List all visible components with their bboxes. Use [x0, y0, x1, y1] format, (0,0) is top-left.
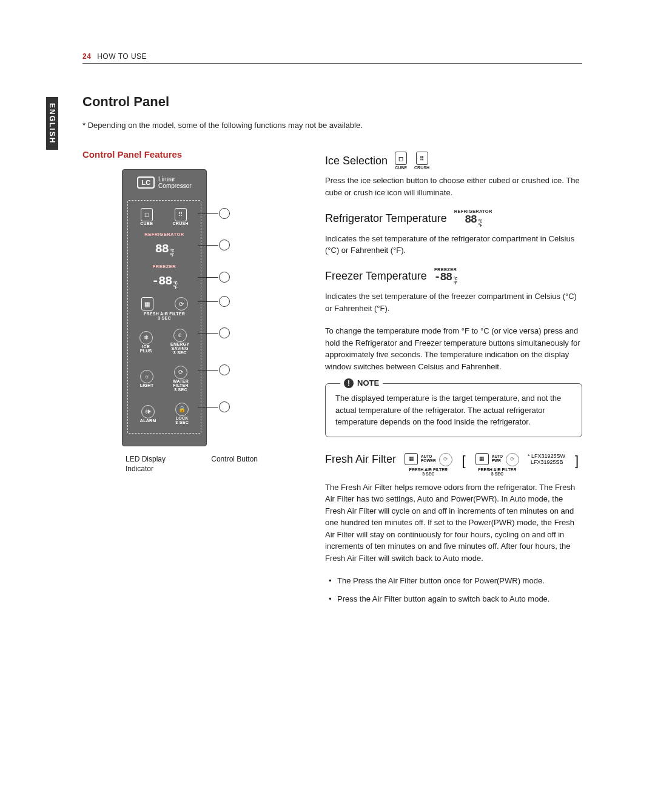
- lock-label: LOCK: [176, 416, 189, 420]
- freezer-temp-heading: Freezer Temperature FREEZER -88°C°F: [325, 267, 582, 286]
- ice-selection-heading: Ice Selection ◻CUBE ⠿CRUSH: [325, 152, 582, 170]
- ice-plus-icon: ❄: [139, 331, 153, 344]
- filter-grid-icon: ▦: [475, 453, 489, 465]
- callout-dot: [219, 240, 230, 250]
- faf-bullet: The Press the Air Filter button once for…: [329, 575, 582, 587]
- button-caption: Control Button: [211, 455, 258, 474]
- cube-icon: ◻: [141, 208, 153, 221]
- filter-grid-icon: ▦: [405, 453, 418, 465]
- fridge-temp-heading: Refrigerator Temperature REFRIGERATOR 88…: [325, 209, 582, 228]
- water-filter-icon: ⟳: [174, 366, 187, 379]
- cube-icon: ◻: [395, 152, 407, 165]
- fridge-body: Indicates the set temperature of the ref…: [325, 233, 582, 257]
- light-icon: ☼: [140, 370, 153, 383]
- alarm-label: ALARM: [140, 418, 156, 423]
- freezer-body1: Indicates the set temperature of the fre…: [325, 290, 582, 314]
- features-heading: Control Panel Features: [82, 149, 301, 159]
- lc-badge: LC: [137, 176, 155, 189]
- energy-label: ENERGY SAVING: [170, 342, 189, 351]
- sec-label: 3 SEC: [175, 420, 189, 424]
- language-tab: ENGLISH: [46, 97, 58, 150]
- freezer-body2: To change the temperature mode from °F t…: [325, 325, 582, 372]
- page-title: Control Panel: [82, 94, 582, 110]
- ice-plus-label: ICE PLUS: [140, 344, 152, 353]
- callout-dot: [219, 327, 230, 338]
- fresh-air-heading: Fresh Air Filter ▦ AUTOPOWER ⟳ FRESH AIR…: [325, 453, 582, 477]
- ice-body: Press the ice selection button to choose…: [325, 175, 582, 198]
- sec-label: 3 SEC: [173, 351, 187, 355]
- freezer-label: FREEZER: [130, 264, 198, 269]
- section-name: HOW TO USE: [97, 52, 147, 61]
- light-label: LIGHT: [140, 383, 154, 388]
- note-body: The displayed temperature is the target …: [335, 394, 561, 426]
- lock-icon: 🔒: [175, 403, 189, 416]
- cube-label: CUBE: [140, 221, 153, 226]
- water-filter-label: WATER FILTER: [173, 379, 189, 388]
- filter-change-icon: ⟳: [506, 453, 519, 466]
- crush-icon: ⠿: [175, 208, 187, 221]
- fridge-segment: 88°C°F: [155, 242, 173, 258]
- page-number: 24: [82, 52, 91, 61]
- crush-icon: ⠿: [416, 152, 428, 165]
- callout-dot: [219, 272, 230, 283]
- faf-bullet: Press the Air Filter button again to swi…: [329, 593, 582, 605]
- sec-label: 3 SEC: [158, 316, 171, 320]
- filter-change-icon: ⟳: [175, 297, 188, 310]
- refrigerator-label: REFRIGERATOR: [130, 232, 198, 237]
- faf-body: The Fresh Air Filter helps remove odors …: [325, 481, 582, 565]
- energy-saving-icon: e: [173, 329, 187, 342]
- alarm-icon: 🕪: [141, 405, 155, 418]
- page-header: 24 HOW TO USE: [82, 52, 582, 64]
- control-panel-diagram: LC Linear Compressor ◻CUBE ⠿CRUSH RE: [122, 169, 261, 474]
- model-list: * LFX31925SW LFX31925SB: [528, 453, 565, 466]
- filter-grid-icon: ▦: [141, 297, 153, 310]
- freezer-segment: -88°C°F: [152, 274, 176, 290]
- note-box: !NOTE The displayed temperature is the t…: [325, 383, 582, 437]
- callout-dot: [219, 208, 230, 219]
- subtitle: * Depending on the model, some of the fo…: [82, 121, 582, 130]
- filter-change-icon: ⟳: [439, 453, 452, 466]
- callout-dot: [219, 401, 230, 412]
- callout-dot: [219, 296, 230, 307]
- crush-label: CRUSH: [172, 221, 188, 226]
- lc-text: Linear Compressor: [158, 176, 191, 189]
- note-label: NOTE: [357, 377, 379, 389]
- callout-dot: [219, 364, 230, 375]
- sec-label: 3 SEC: [174, 388, 187, 392]
- note-icon: !: [344, 378, 354, 388]
- led-caption: LED Display Indicator: [126, 455, 192, 474]
